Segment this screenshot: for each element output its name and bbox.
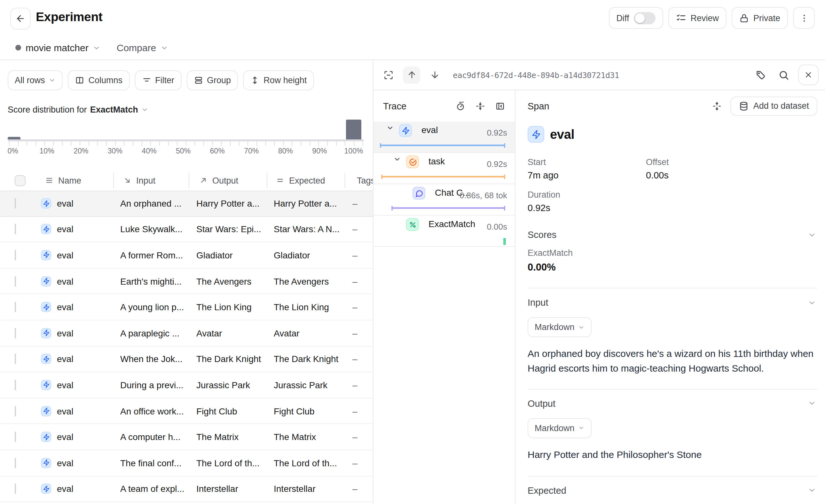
chevron-down-icon[interactable] [808, 298, 816, 307]
table-row[interactable]: evalA paraplegic ...AvatarAvatar– [0, 320, 373, 346]
private-button[interactable]: Private [732, 7, 788, 29]
diff-toggle-button[interactable]: Diff [608, 7, 663, 29]
trace-tree-panel: Trace eval0.92stask0.92sChat C...0.86s [373, 90, 516, 504]
chevron-down-icon[interactable] [808, 399, 816, 408]
columns-label: Columns [89, 75, 123, 85]
histogram-tick-label: 0% [7, 147, 18, 155]
chevron-down-icon[interactable] [93, 44, 101, 52]
table-row[interactable]: evalA young lion p...The Lion KingThe Li… [0, 295, 373, 320]
lock-icon [739, 13, 749, 23]
collapse-panel-button[interactable] [495, 101, 505, 111]
add-to-dataset-button[interactable]: Add to dataset [730, 96, 817, 116]
histogram-ticks [9, 141, 364, 146]
row-checkbox[interactable] [15, 199, 16, 209]
lightning-icon [41, 406, 51, 416]
output-section-header: Output [528, 398, 817, 408]
percent-icon [406, 218, 419, 231]
table-row[interactable]: evalWhen the Jok...The Dark KnightThe Da… [0, 346, 373, 372]
expand-fullscreen-button[interactable] [380, 66, 397, 83]
filter-button[interactable]: Filter [135, 70, 181, 90]
column-header-output[interactable]: Output [189, 172, 267, 189]
row-height-button[interactable]: Row height [243, 70, 314, 90]
group-icon [194, 75, 203, 85]
row-checkbox[interactable] [15, 302, 16, 312]
start-label: Start [528, 157, 646, 167]
table-row[interactable]: evalLuke Skywalk...Star Wars: Epi...Star… [0, 217, 373, 242]
chevron-down-icon[interactable] [393, 155, 401, 163]
search-button[interactable] [775, 66, 793, 83]
diff-toggle[interactable] [633, 12, 655, 24]
chevron-down-icon[interactable] [386, 124, 394, 132]
column-header-name[interactable]: Name [36, 172, 113, 189]
row-checkbox[interactable] [15, 406, 16, 416]
more-menu-button[interactable] [793, 7, 815, 29]
lightning-icon [41, 354, 51, 364]
row-expected: The Matrix [267, 432, 345, 442]
lightning-icon [41, 432, 51, 442]
trace-span-row[interactable]: Chat C...0.86s, 68 tok [373, 184, 515, 216]
row-expected: Interstellar [267, 484, 345, 494]
trace-span-name: task [429, 156, 445, 166]
row-checkbox[interactable] [15, 250, 16, 260]
add-tag-button[interactable] [752, 66, 769, 83]
table-row[interactable]: evalA former Rom...GladiatorGladiator– [0, 242, 373, 268]
chevron-down-icon[interactable] [808, 486, 816, 495]
column-header-input[interactable]: Input [113, 172, 189, 189]
row-checkbox[interactable] [15, 432, 16, 442]
previous-row-button[interactable] [403, 66, 420, 83]
next-row-button[interactable] [426, 66, 443, 83]
review-button[interactable]: Review [668, 7, 727, 29]
row-expected: Avatar [267, 328, 345, 338]
trace-span-row[interactable]: eval0.92s [373, 122, 515, 153]
row-checkbox[interactable] [15, 276, 16, 286]
output-format-dropdown[interactable]: Markdown [528, 418, 592, 438]
row-input: During a previ... [113, 380, 189, 390]
trace-tree-header: Trace [373, 90, 515, 122]
row-checkbox[interactable] [15, 458, 16, 468]
row-checkbox[interactable] [15, 380, 16, 390]
table-row[interactable]: evalAn office work...Fight ClubFight Clu… [0, 399, 373, 424]
offset-value: 0.00s [646, 170, 817, 181]
trace-span-row[interactable]: ExactMatch0.00s [373, 216, 515, 247]
table-row[interactable]: evalAn orphaned ...Harry Potter a...Harr… [0, 191, 373, 217]
compare-selector[interactable]: Compare [117, 42, 156, 53]
table-row[interactable]: evalA computer h...The MatrixThe Matrix– [0, 424, 373, 450]
row-name: eval [57, 328, 73, 338]
back-button[interactable] [10, 8, 31, 29]
column-header-tags[interactable]: Tags [345, 172, 373, 189]
row-output: Harry Potter a... [189, 199, 267, 209]
filter-icon [142, 75, 151, 85]
table-row[interactable]: evalThe final conf...The Lord of th...Th… [0, 450, 373, 476]
columns-button[interactable]: Columns [68, 70, 130, 90]
timing-mode-button[interactable] [455, 101, 466, 111]
table-row[interactable]: evalDuring a previ...Jurassic ParkJurass… [0, 372, 373, 398]
expand-sections-button[interactable] [712, 101, 722, 111]
trace-timeline-bar [381, 174, 505, 179]
input-format-dropdown[interactable]: Markdown [528, 317, 592, 337]
collapse-all-button[interactable] [475, 101, 485, 111]
row-output: Star Wars: Epi... [189, 224, 267, 234]
trace-detail-panel: eac9df84-672d-448e-894b-a14d30721d31 Tra… [373, 60, 825, 504]
select-all-checkbox[interactable] [15, 175, 25, 186]
row-checkbox[interactable] [15, 484, 16, 494]
experiment-selector[interactable]: movie matcher [25, 42, 89, 53]
row-checkbox[interactable] [15, 224, 16, 234]
trace-span-row[interactable]: task0.92s [373, 153, 515, 184]
page-title: Experiment [36, 10, 102, 24]
chevron-down-icon[interactable] [141, 106, 148, 113]
row-output: Interstellar [189, 484, 267, 494]
chevron-down-icon[interactable] [808, 231, 816, 239]
row-checkbox[interactable] [15, 328, 16, 338]
group-button[interactable]: Group [186, 70, 238, 90]
column-header-expected[interactable]: Expected [267, 172, 345, 189]
row-checkbox[interactable] [15, 354, 16, 364]
collapse-vertical-icon [475, 101, 485, 111]
row-output: The Dark Knight [189, 354, 267, 364]
row-output: The Lion King [189, 302, 267, 312]
all-rows-filter-button[interactable]: All rows [8, 70, 63, 90]
close-panel-button[interactable] [798, 65, 819, 85]
table-row[interactable]: evalA team of expl...InterstellarInterst… [0, 476, 373, 502]
chevron-down-icon[interactable] [160, 44, 168, 52]
table-row[interactable]: evalEarth's mighti...The AvengersThe Ave… [0, 269, 373, 295]
trace-span-name: ExactMatch [429, 219, 475, 229]
